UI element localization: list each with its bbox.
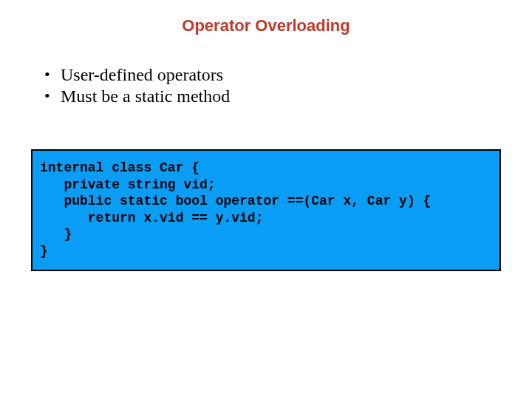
bullet-list: User-defined operators Must be a static … [44, 65, 532, 106]
page-title: Operator Overloading [0, 0, 532, 43]
code-line: } [40, 244, 48, 259]
code-line: return x.vid == y.vid; [40, 211, 263, 225]
list-item: Must be a static method [44, 86, 532, 106]
code-line: internal class Car { [40, 160, 200, 175]
code-line: } [40, 227, 72, 242]
code-line: public static bool operator ==(Car x, Ca… [40, 194, 431, 208]
code-line: private string vid; [40, 177, 216, 192]
list-item: User-defined operators [44, 65, 532, 85]
code-block: internal class Car { private string vid;… [31, 149, 501, 271]
